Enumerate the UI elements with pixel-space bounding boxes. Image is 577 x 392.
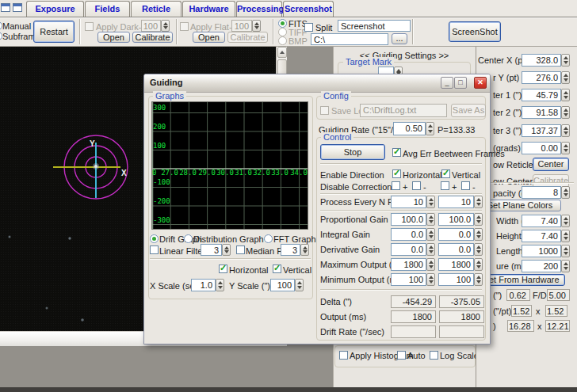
spinner[interactable] xyxy=(561,260,570,272)
disable-v-plus-checkbox[interactable] xyxy=(441,181,449,190)
dialog-titlebar[interactable] xyxy=(144,74,490,93)
spinner[interactable] xyxy=(300,244,309,256)
close-icon[interactable]: ✕ xyxy=(474,77,487,89)
restart-button[interactable]: Restart xyxy=(33,21,75,43)
apply-flat-field-checkbox[interactable] xyxy=(180,22,189,31)
tab-reticle[interactable]: Reticle xyxy=(131,1,182,17)
spinner[interactable] xyxy=(426,213,435,226)
scroll-up-icon[interactable] xyxy=(277,47,287,58)
center-x-field[interactable]: 328.0 xyxy=(522,54,561,67)
linear-filter-checkbox[interactable] xyxy=(150,245,159,254)
spinner[interactable] xyxy=(426,273,435,286)
spinner[interactable] xyxy=(426,228,435,241)
maximize-icon[interactable]: □ xyxy=(454,77,467,89)
tab-processing[interactable]: Processing xyxy=(236,1,282,17)
bmp-radio[interactable] xyxy=(278,36,287,45)
stop-button[interactable]: Stop xyxy=(320,144,385,160)
tab-screenshot[interactable]: Screenshot xyxy=(283,1,334,17)
min-output-v-field[interactable]: 100 xyxy=(438,273,474,286)
disable-h-plus-checkbox[interactable] xyxy=(392,181,400,190)
spinner[interactable] xyxy=(474,258,483,271)
disable-h-minus-checkbox[interactable] xyxy=(412,181,421,190)
window-restore-icon[interactable] xyxy=(13,3,22,12)
minimize-icon[interactable]: _ xyxy=(441,77,453,89)
set-plane-colors-button[interactable]: Set Plane Colors xyxy=(479,200,561,211)
tab-fields[interactable]: Fields xyxy=(85,1,130,17)
spinner[interactable] xyxy=(561,71,570,84)
spinner[interactable] xyxy=(561,54,570,67)
x-scale-field[interactable]: 1.0 xyxy=(191,279,216,291)
disable-v-minus-checkbox[interactable] xyxy=(461,181,470,190)
flat-open-button[interactable]: Open xyxy=(193,32,225,43)
avg-err-checkbox[interactable] xyxy=(392,148,401,157)
flat-calibrate-button[interactable]: Calibrate xyxy=(227,32,268,43)
max-output-v-field[interactable]: 1800 xyxy=(438,258,474,271)
spinner[interactable] xyxy=(561,245,570,257)
screenshot-path-input[interactable]: C:\ xyxy=(311,33,388,45)
pixel-width-field[interactable]: 7.40 xyxy=(522,215,561,227)
fits-radio[interactable] xyxy=(278,19,287,28)
enable-horizontal-checkbox[interactable] xyxy=(392,169,401,178)
distribution-graph-radio[interactable] xyxy=(184,234,193,243)
dark-field-value[interactable]: 100 xyxy=(141,20,161,32)
spinner[interactable] xyxy=(561,186,570,199)
spinner[interactable] xyxy=(561,89,570,101)
integral-v-field[interactable]: 0.0 xyxy=(438,228,474,241)
pixel-height-field[interactable]: 7.40 xyxy=(522,230,561,242)
auto-checkbox[interactable] xyxy=(397,351,406,360)
spinner[interactable] xyxy=(216,279,224,291)
log-path-input[interactable]: C:\DriftLog.txt xyxy=(360,104,447,117)
spinner[interactable] xyxy=(474,228,483,241)
spinner[interactable] xyxy=(426,122,434,135)
apply-dark-field-checkbox[interactable] xyxy=(85,22,94,31)
spinner[interactable] xyxy=(161,20,170,32)
diameter-2-field[interactable]: 91.58 xyxy=(522,106,561,119)
flat-field-value[interactable]: 100 xyxy=(231,20,252,32)
center-button[interactable]: Center xyxy=(533,158,569,171)
spinner[interactable] xyxy=(474,213,483,226)
diameter-3-field[interactable]: 137.37 xyxy=(522,124,561,137)
spinner[interactable] xyxy=(474,196,483,208)
guiding-rate-field[interactable]: 0.50 xyxy=(393,122,426,135)
spinner[interactable] xyxy=(252,20,261,32)
split-checkbox[interactable] xyxy=(304,23,313,32)
screenshot-name-input[interactable]: Screenshot xyxy=(338,20,411,32)
spinner[interactable] xyxy=(222,244,231,256)
save-log-checkbox[interactable] xyxy=(320,106,329,115)
spinner[interactable] xyxy=(426,196,435,208)
derivative-h-field[interactable]: 0.0 xyxy=(391,243,426,256)
y-scale-field[interactable]: 100 xyxy=(270,279,295,291)
diameter-1-field[interactable]: 45.79 xyxy=(522,89,561,101)
browse-button[interactable]: ... xyxy=(392,33,407,44)
screenshot-button[interactable]: ScreenShot xyxy=(449,21,501,42)
fft-graph-radio[interactable] xyxy=(264,234,273,243)
median-filter-checkbox[interactable] xyxy=(236,245,245,254)
max-output-h-field[interactable]: 1800 xyxy=(391,258,426,271)
proportional-h-field[interactable]: 100.0 xyxy=(391,213,426,226)
focus-length-field[interactable]: 1000 xyxy=(522,245,561,257)
window-restore-icon[interactable] xyxy=(1,3,10,12)
tab-exposure[interactable]: Exposure xyxy=(26,1,84,17)
drift-graph-radio[interactable] xyxy=(150,234,159,243)
linear-filter-value[interactable]: 3 xyxy=(201,244,222,256)
spinner[interactable] xyxy=(561,215,570,227)
spinner[interactable] xyxy=(474,243,483,256)
capacity-field[interactable]: 8 xyxy=(522,186,561,199)
spinner[interactable] xyxy=(426,258,435,271)
spinner[interactable] xyxy=(561,124,570,137)
angle-field[interactable]: 0.00 xyxy=(522,142,561,154)
process-n-v-field[interactable]: 10 xyxy=(438,196,474,208)
save-as-button[interactable]: Save As xyxy=(451,104,486,117)
spinner[interactable] xyxy=(474,273,483,286)
apply-histogram-checkbox[interactable] xyxy=(339,351,348,360)
integral-h-field[interactable]: 0.0 xyxy=(391,228,426,241)
dark-open-button[interactable]: Open xyxy=(97,32,130,43)
spinner[interactable] xyxy=(561,142,570,154)
tiff-radio[interactable] xyxy=(278,28,287,36)
tab-hardware[interactable]: Hardware xyxy=(182,1,235,17)
graph-vertical-checkbox[interactable] xyxy=(273,265,281,273)
enable-vertical-checkbox[interactable] xyxy=(441,169,450,178)
aperture-field[interactable]: 200 xyxy=(522,260,561,272)
center-y-field[interactable]: 276.0 xyxy=(522,71,561,84)
spinner[interactable] xyxy=(561,230,570,242)
